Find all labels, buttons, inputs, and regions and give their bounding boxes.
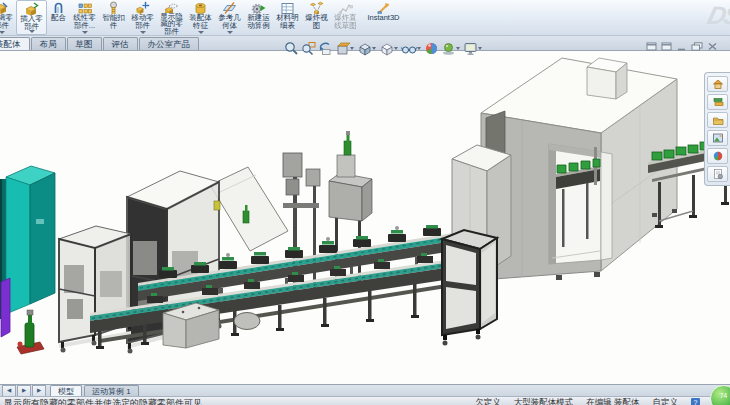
section-view-button[interactable] <box>334 40 356 56</box>
custom-properties-button[interactable] <box>707 166 728 182</box>
tab-office-products[interactable]: 办公室产品 <box>139 37 200 50</box>
design-library-button[interactable] <box>707 94 728 110</box>
view-settings-button[interactable] <box>462 40 484 56</box>
model-motor-drum[interactable] <box>234 313 260 330</box>
model-bottle-part[interactable] <box>17 310 44 354</box>
command-manager-ribbon: 编辑零 部件 插入零 部件 配合 线性零 部件... 智能扣 件 移动零 部件 … <box>0 0 730 36</box>
mate-label: 配合 <box>51 14 66 22</box>
dropdown-arrow-icon[interactable] <box>456 47 460 50</box>
model-station-a[interactable] <box>59 226 131 353</box>
edit-appearance-icon <box>424 41 439 56</box>
assembly-features-label: 装配体 特征 <box>189 14 212 29</box>
appearances-scenes-button[interactable] <box>707 148 728 164</box>
dropdown-arrow-icon[interactable] <box>372 47 376 50</box>
mate-button[interactable]: 配合 <box>47 0 70 35</box>
tab-assembly[interactable]: 装配体 <box>0 37 30 50</box>
window-icon[interactable] <box>661 42 672 51</box>
dropdown-arrow-icon[interactable] <box>140 31 146 34</box>
hide-show-items-icon <box>401 41 417 56</box>
exploded-view-label: 爆炸视 图 <box>305 14 328 29</box>
display-style-button[interactable] <box>378 40 400 56</box>
dropdown-arrow-icon[interactable] <box>82 31 88 34</box>
dropdown-arrow-icon[interactable] <box>198 31 204 34</box>
model-purple-strip[interactable] <box>1 278 10 337</box>
instant3d-label: Instant3D <box>367 14 399 22</box>
heads-up-view-toolbar <box>283 40 484 56</box>
status-custom[interactable]: 自定义 <box>653 397 679 405</box>
bill-of-materials-label: 材料明 细表 <box>276 14 299 29</box>
dropdown-arrow-icon[interactable] <box>417 47 421 50</box>
show-hidden-components-button[interactable]: 显示隐 藏的零 部件 <box>157 0 186 35</box>
linear-component-pattern-button[interactable]: 线性零 部件... <box>70 0 99 35</box>
section-view-icon <box>335 41 350 56</box>
instant3d-button[interactable]: Instant3D <box>360 0 407 35</box>
zoom-to-area-icon <box>301 41 316 56</box>
notification-badge[interactable]: 74 <box>710 385 730 405</box>
reference-geometry-label: 参考几 何体 <box>218 14 241 29</box>
task-pane-strip <box>704 72 730 186</box>
new-motion-study-button[interactable]: 新建运 动算例 <box>244 0 273 35</box>
exploded-view-button[interactable]: 爆炸视 图 <box>302 0 331 35</box>
view-orientation-icon <box>357 41 372 56</box>
model-dark-cabinet[interactable] <box>442 230 497 346</box>
new-motion-study-label: 新建运 动算例 <box>247 14 270 29</box>
close-icon[interactable] <box>707 42 718 51</box>
solidworks-resources-button[interactable] <box>707 76 728 92</box>
explode-line-sketch-button[interactable]: 爆炸直 线草图 <box>331 0 360 35</box>
appearances-scenes-icon <box>712 150 724 162</box>
dropdown-arrow-icon[interactable] <box>394 47 398 50</box>
assembly-features-button[interactable]: 装配体 特征 <box>186 0 215 35</box>
previous-view-icon <box>318 41 333 56</box>
status-message: 显示所有隐藏的零部件并使选定的隐藏零部件可见 <box>4 397 202 405</box>
smart-fasteners-button[interactable]: 智能扣 件 <box>99 0 128 35</box>
insert-components-button[interactable]: 插入零 部件 <box>16 0 47 35</box>
model-incline-cover[interactable] <box>210 167 288 251</box>
zoom-to-fit-button[interactable] <box>283 40 300 56</box>
tab-evaluate[interactable]: 评估 <box>103 37 138 50</box>
status-right-items: 欠定义 大型装配体模式 在编辑 装配体 自定义 ? <box>475 397 700 405</box>
status-large-assembly-mode: 大型装配体模式 <box>514 397 574 405</box>
tab-sketch[interactable]: 草图 <box>67 37 102 50</box>
design-library-icon <box>712 96 724 108</box>
view-palette-button[interactable] <box>707 130 728 146</box>
previous-view-button[interactable] <box>317 40 334 56</box>
graphics-area[interactable] <box>0 51 730 385</box>
edit-component-button[interactable]: 编辑零 部件 <box>0 0 16 35</box>
dropdown-arrow-icon[interactable] <box>350 47 354 50</box>
explode-line-sketch-label: 爆炸直 线草图 <box>334 14 357 29</box>
custom-properties-icon <box>712 168 724 180</box>
dropdown-arrow-icon[interactable] <box>29 30 35 33</box>
hide-show-items-button[interactable] <box>400 40 423 56</box>
status-under-defined: 欠定义 <box>475 397 501 405</box>
document-window-controls <box>646 42 718 51</box>
cascade-windows-icon[interactable] <box>691 42 703 51</box>
smart-fasteners-label: 智能扣 件 <box>102 14 125 29</box>
zoom-to-area-button[interactable] <box>300 40 317 56</box>
move-component-label: 移动零 部件 <box>131 14 154 29</box>
status-bar: 显示所有隐藏的零部件并使选定的隐藏零部件可见 欠定义 大型装配体模式 在编辑 装… <box>0 396 730 405</box>
model-roof-cube[interactable] <box>587 58 627 99</box>
apply-scene-button[interactable] <box>440 40 462 56</box>
dropdown-arrow-icon[interactable] <box>478 47 482 50</box>
linear-pattern-label: 线性零 部件... <box>73 14 96 29</box>
solidworks-window: { "brand": {"logo": "DS"}, "ribbon": { "… <box>0 0 730 405</box>
move-component-button[interactable]: 移动零 部件 <box>128 0 157 35</box>
reference-geometry-button[interactable]: 参考几 何体 <box>215 0 244 35</box>
solidworks-resources-icon <box>712 78 724 90</box>
view-palette-icon <box>712 132 724 144</box>
bill-of-materials-button[interactable]: 材料明 细表 <box>273 0 302 35</box>
minimize-icon[interactable] <box>676 42 687 51</box>
file-explorer-button[interactable] <box>707 112 728 128</box>
window-icon[interactable] <box>646 42 657 51</box>
assembly-model[interactable] <box>0 51 730 385</box>
display-style-icon <box>379 41 394 56</box>
file-explorer-icon <box>712 114 724 126</box>
zoom-to-fit-icon <box>284 41 299 56</box>
dropdown-arrow-icon[interactable] <box>227 31 233 34</box>
apply-scene-icon <box>441 41 456 56</box>
dropdown-arrow-icon[interactable] <box>0 31 5 34</box>
help-icon[interactable]: ? <box>691 398 700 405</box>
tab-layout[interactable]: 布局 <box>31 37 66 50</box>
edit-appearance-button[interactable] <box>423 40 440 56</box>
view-orientation-button[interactable] <box>356 40 378 56</box>
